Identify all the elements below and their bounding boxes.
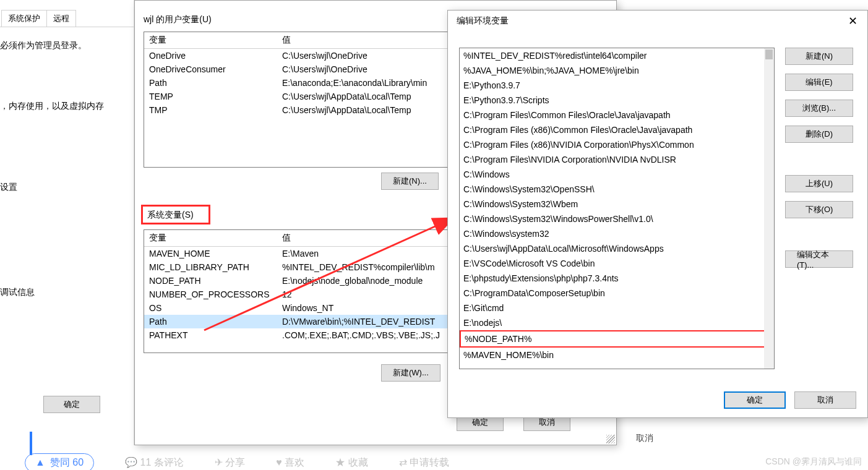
sysprops-ok-button[interactable]: 确定 [43, 396, 100, 413]
list-item[interactable]: E:\Python3.9.7 [460, 78, 774, 93]
highlight-bar [30, 432, 32, 455]
list-item[interactable]: %INTEL_DEV_REDIST%redist\intel64\compile… [460, 48, 774, 63]
list-item[interactable]: C:\Program Files (x86)\NVIDIA Corporatio… [460, 137, 774, 152]
comments-link[interactable]: 💬 11 条评论 [125, 456, 184, 469]
thumbs-up-icon: ▲ [35, 457, 45, 468]
user-new-button[interactable]: 新建(N)... [381, 173, 439, 190]
list-item[interactable]: E:\Python3.9.7\Scripts [460, 93, 774, 108]
list-item[interactable]: E:\Git\cmd [460, 301, 774, 315]
system-vars-list[interactable]: 变量 值 MAVEN_HOMEE:\MavenMIC_LD_LIBRARY_PA… [144, 229, 448, 353]
table-row[interactable]: MIC_LD_LIBRARY_PATH%INTEL_DEV_REDIST%com… [144, 260, 447, 274]
list-item[interactable]: C:\Windows\System32\WindowsPowerShell\v1… [460, 212, 774, 226]
col-variable[interactable]: 变量 [144, 32, 277, 48]
tab-remote[interactable]: 远程 [46, 10, 76, 27]
system-properties-panel: 系统保护 远程 必须作为管理员登录。 ，内存使用，以及虚拟内存 设置 调试信息 … [0, 0, 134, 445]
table-row[interactable]: OneDriveC:\Users\wjl\OneDrive [144, 49, 447, 62]
path-moveup-button[interactable]: 上移(U) [785, 175, 853, 192]
list-item[interactable]: E:\phpstudy\Extensions\php\php7.3.4nts [460, 271, 774, 286]
col-value[interactable]: 值 [277, 230, 447, 246]
list-item[interactable]: C:\Program Files\NVIDIA Corporation\NVID… [460, 152, 774, 167]
path-edittext-button[interactable]: 编辑文本(T)... [785, 250, 853, 268]
tab-system-protection[interactable]: 系统保护 [1, 10, 47, 27]
list-item[interactable]: C:\Windows\System32\Wbem [460, 197, 774, 212]
list-item[interactable]: %NODE_PATH% [460, 330, 774, 348]
table-row[interactable]: PATHEXT.COM;.EXE;.BAT;.CMD;.VBS;.VBE;.JS… [144, 328, 447, 342]
col-value[interactable]: 值 [277, 32, 447, 48]
scrollbar[interactable] [764, 48, 774, 369]
col-variable[interactable]: 变量 [144, 230, 277, 246]
list-item[interactable]: C:\Users\wjl\AppData\Local\Microsoft\Win… [460, 241, 774, 256]
table-row[interactable]: PathD:\VMware\bin\;%INTEL_DEV_REDIST [144, 315, 447, 328]
table-row[interactable]: NUMBER_OF_PROCESSORS12 [144, 288, 447, 301]
list-item[interactable]: E:\VSCode\Microsoft VS Code\bin [460, 256, 774, 271]
edit-cancel-button[interactable]: 取消 [794, 391, 856, 409]
path-new-button[interactable]: 新建(N) [785, 48, 853, 65]
table-row[interactable]: OneDriveConsumerC:\Users\wjl\OneDrive [144, 62, 447, 76]
background-cancel-label: 取消 [636, 433, 653, 444]
edit-env-variable-dialog: 编辑环境变量 ✕ %INTEL_DEV_REDIST%redist\intel6… [447, 10, 868, 418]
list-item[interactable]: C:\ProgramData\ComposerSetup\bin [460, 286, 774, 301]
list-item[interactable]: %MAVEN_HOME%\bin [460, 348, 774, 362]
path-entries-list[interactable]: %INTEL_DEV_REDIST%redist\intel64\compile… [459, 48, 775, 369]
edit-ok-button[interactable]: 确定 [724, 391, 786, 409]
list-item[interactable]: C:\Program Files\Common Files\Oracle\Jav… [460, 108, 774, 122]
settings-label: 设置 [0, 169, 134, 194]
edit-dialog-title: 编辑环境变量 [457, 15, 509, 27]
memory-notice: ，内存使用，以及虚拟内存 [0, 88, 134, 113]
close-icon[interactable]: ✕ [844, 14, 861, 28]
user-vars-list[interactable]: 变量 值 OneDriveC:\Users\wjl\OneDriveOneDri… [144, 32, 448, 168]
like-button[interactable]: ▲赞同 60 [25, 453, 94, 471]
debug-label: 调试信息 [0, 274, 134, 299]
repost-link[interactable]: ⇄ 申请转载 [399, 456, 449, 469]
list-item[interactable]: C:\Windows [460, 167, 774, 182]
table-row[interactable]: TMPC:\Users\wjl\AppData\Local\Temp [144, 103, 447, 117]
table-row[interactable]: NODE_PATHE:\nodejs\node_global\node_modu… [144, 274, 447, 288]
watermark: CSDN @霁月清风与谁同 [765, 456, 862, 468]
list-item[interactable]: C:\Windows\system32 [460, 226, 774, 241]
list-item[interactable]: %JAVA_HOME%\bin;%JAVA_HOME%\jre\bin [460, 63, 774, 78]
path-edit-button[interactable]: 编辑(E) [785, 74, 853, 91]
list-item[interactable]: E:\nodejs\ [460, 315, 774, 330]
resize-grip[interactable] [606, 435, 615, 443]
list-item[interactable]: C:\Program Files (x86)\Common Files\Orac… [460, 122, 774, 137]
favorite-link[interactable]: ★ 收藏 [335, 456, 367, 469]
path-browse-button[interactable]: 浏览(B)... [785, 100, 853, 117]
share-link[interactable]: ✈ 分享 [215, 456, 245, 469]
admin-notice: 必须作为管理员登录。 [0, 27, 134, 52]
user-vars-label: wjl 的用户变量(U) [144, 14, 212, 25]
system-vars-label: 系统变量(S) [147, 210, 194, 221]
table-row[interactable]: TEMPC:\Users\wjl\AppData\Local\Temp [144, 90, 447, 103]
path-delete-button[interactable]: 删除(D) [785, 126, 853, 143]
love-link[interactable]: ♥ 喜欢 [276, 456, 304, 469]
system-new-button[interactable]: 新建(W)... [381, 364, 440, 382]
table-row[interactable]: OSWindows_NT [144, 301, 447, 315]
table-row[interactable]: MAVEN_HOMEE:\Maven [144, 247, 447, 260]
list-item[interactable]: C:\Windows\System32\OpenSSH\ [460, 182, 774, 197]
path-movedown-button[interactable]: 下移(O) [785, 201, 853, 218]
article-action-bar: ▲赞同 60 💬 11 条评论 ✈ 分享 ♥ 喜欢 ★ 收藏 ⇄ 申请转载 [25, 455, 860, 470]
table-row[interactable]: PathE:\anaconda;E:\anaconda\Library\min [144, 76, 447, 90]
